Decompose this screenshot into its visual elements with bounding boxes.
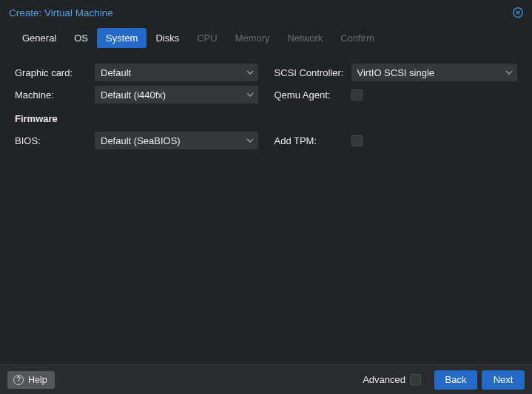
advanced-label: Advanced xyxy=(363,374,405,385)
help-icon: ? xyxy=(13,375,24,385)
machine-select[interactable]: Default (i440fx) xyxy=(95,86,258,103)
tab-confirm: Confirm xyxy=(331,28,383,48)
qemu-agent-checkbox[interactable] xyxy=(351,89,363,101)
bios-label: BIOS: xyxy=(15,135,95,146)
field-qemu-agent: Qemu Agent: xyxy=(275,84,518,106)
graphic-card-select[interactable]: Default xyxy=(95,64,258,81)
help-label: Help xyxy=(28,375,47,385)
panel-body: Graphic card: Default Machine: xyxy=(3,55,529,364)
firmware-section-label: Firmware xyxy=(15,107,258,129)
graphic-card-label: Graphic card: xyxy=(15,67,95,78)
add-tpm-label: Add TPM: xyxy=(275,135,351,146)
back-button[interactable]: Back xyxy=(434,370,477,390)
bios-select[interactable]: Default (SeaBIOS) xyxy=(95,132,258,149)
tab-system[interactable]: System xyxy=(97,28,147,48)
tab-cpu: CPU xyxy=(188,28,226,48)
help-button[interactable]: ? Help xyxy=(7,371,55,389)
scsi-controller-label: SCSI Controller: xyxy=(275,67,351,78)
field-graphic-card: Graphic card: Default xyxy=(15,61,258,84)
tab-network: Network xyxy=(279,28,332,48)
machine-value: Default (i440fx) xyxy=(101,89,166,101)
add-tpm-checkbox[interactable] xyxy=(351,135,363,146)
chevron-down-icon xyxy=(246,70,254,75)
close-icon[interactable] xyxy=(511,6,525,19)
tab-memory: Memory xyxy=(226,28,279,48)
tab-os[interactable]: OS xyxy=(65,28,97,48)
tab-general[interactable]: General xyxy=(13,28,65,48)
bios-value: Default (SeaBIOS) xyxy=(101,135,181,146)
dialog-window: Create: Virtual Machine General OS Syste… xyxy=(0,0,532,394)
scsi-controller-select[interactable]: VirtIO SCSI single xyxy=(351,64,518,81)
form-columns: Graphic card: Default Machine: xyxy=(15,61,517,152)
dialog-title: Create: Virtual Machine xyxy=(9,7,511,18)
tab-disks[interactable]: Disks xyxy=(147,28,188,48)
field-machine: Machine: Default (i440fx) xyxy=(15,84,258,106)
next-button[interactable]: Next xyxy=(482,370,525,390)
chevron-down-icon xyxy=(505,70,513,75)
dialog-footer: ? Help Advanced Back Next xyxy=(0,364,532,394)
field-scsi-controller: SCSI Controller: VirtIO SCSI single xyxy=(275,61,518,84)
advanced-checkbox[interactable] xyxy=(410,374,421,385)
firmware-spacer xyxy=(275,107,518,129)
field-add-tpm: Add TPM: xyxy=(275,129,518,152)
chevron-down-icon xyxy=(246,92,254,97)
form-column-left: Graphic card: Default Machine: xyxy=(15,61,258,152)
dialog-titlebar: Create: Virtual Machine xyxy=(0,0,532,25)
scsi-controller-value: VirtIO SCSI single xyxy=(357,67,435,78)
field-bios: BIOS: Default (SeaBIOS) xyxy=(15,129,258,152)
advanced-toggle: Advanced xyxy=(363,374,421,385)
machine-label: Machine: xyxy=(15,89,95,101)
form-column-right: SCSI Controller: VirtIO SCSI single Qemu… xyxy=(275,61,518,152)
chevron-down-icon xyxy=(246,138,254,143)
qemu-agent-label: Qemu Agent: xyxy=(275,89,351,101)
graphic-card-value: Default xyxy=(101,67,131,78)
tab-bar: General OS System Disks CPU Memory Netwo… xyxy=(0,25,532,55)
